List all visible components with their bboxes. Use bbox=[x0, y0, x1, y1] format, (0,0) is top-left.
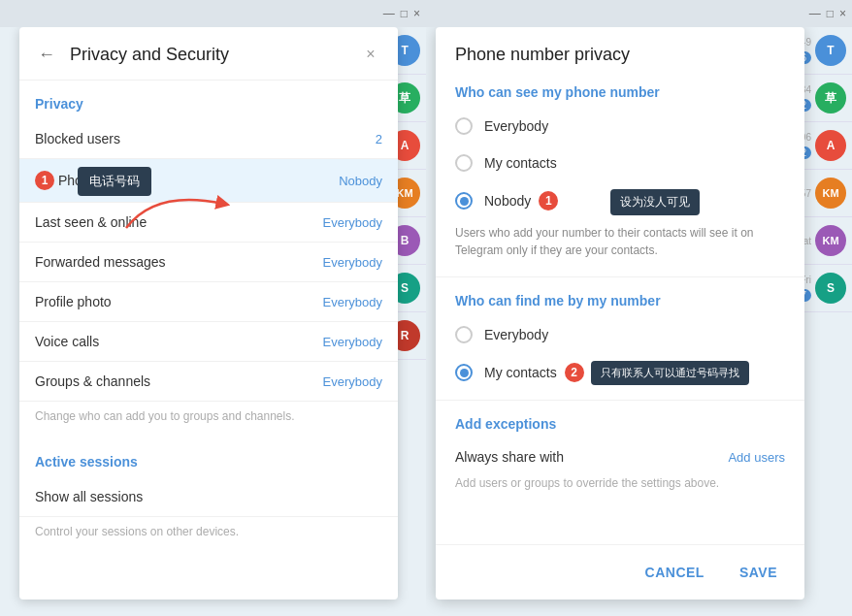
mycontacts-cn-tooltip: 只有联系人可以通过号码寻找 bbox=[591, 361, 749, 385]
close-panel-button[interactable]: × bbox=[359, 43, 382, 66]
phone-number-item[interactable]: 1 Phone number Nobody 电话号码 bbox=[19, 159, 398, 202]
profile-photo-item[interactable]: Profile photo Everybody bbox=[19, 282, 398, 321]
forwarded-messages-item[interactable]: Forwarded messages Everybody bbox=[19, 243, 398, 281]
radio-everybody-find-label: Everybody bbox=[484, 327, 548, 342]
add-users-button[interactable]: Add users bbox=[728, 450, 785, 465]
profile-photo-label: Profile photo bbox=[35, 294, 323, 309]
dialog-footer: CANCEL SAVE bbox=[436, 544, 804, 600]
radio-nobody-see-label: Nobody bbox=[484, 193, 531, 209]
always-share-row: Always share with Add users bbox=[436, 439, 804, 474]
back-button[interactable]: ← bbox=[35, 43, 58, 66]
step1-badge: 1 bbox=[35, 171, 54, 190]
radio-circle-everybody-see bbox=[455, 117, 473, 135]
app-container: ☰ — □ × 1:49 5496 T 1:34 2 草 bbox=[0, 0, 852, 616]
phone-privacy-dialog: Phone number privacy Who can see my phon… bbox=[436, 27, 804, 600]
forwarded-messages-value: Everybody bbox=[323, 255, 382, 270]
close-btn-right[interactable]: × bbox=[839, 7, 846, 20]
minimize-btn-left[interactable]: — bbox=[383, 7, 395, 20]
maximize-btn-left[interactable]: □ bbox=[401, 7, 408, 20]
radio-mycontacts-see[interactable]: My contacts bbox=[436, 145, 804, 181]
nobody-cn-tooltip: 设为没人可见 bbox=[610, 189, 700, 215]
blocked-users-item[interactable]: Blocked users 2 bbox=[19, 119, 398, 158]
groups-channels-item[interactable]: Groups & channels Everybody bbox=[19, 362, 398, 401]
privacy-section-title: Privacy bbox=[19, 81, 398, 119]
phone-info-text: Users who add your number to their conta… bbox=[436, 220, 804, 269]
last-seen-value: Everybody bbox=[323, 215, 382, 230]
last-seen-item[interactable]: Last seen & online Everybody bbox=[19, 203, 398, 242]
who-can-see-title: Who can see my phone number bbox=[436, 77, 804, 108]
dialog-divider-2 bbox=[436, 400, 804, 401]
cancel-button[interactable]: CANCEL bbox=[638, 559, 712, 586]
phone-number-value: Nobody bbox=[339, 174, 382, 188]
privacy-security-panel: ← Privacy and Security × Privacy Blocked… bbox=[19, 27, 398, 600]
groups-channels-value: Everybody bbox=[323, 374, 382, 389]
active-sessions-title: Active sessions bbox=[19, 438, 398, 477]
add-exceptions-title: Add exceptions bbox=[436, 408, 804, 439]
right-title-bar: — □ × bbox=[426, 0, 852, 27]
phone-tooltip: 电话号码 bbox=[78, 167, 151, 196]
radio-mycontacts-find-label: My contacts bbox=[484, 365, 557, 380]
forwarded-messages-label: Forwarded messages bbox=[35, 254, 323, 270]
panel-title: Privacy and Security bbox=[70, 45, 347, 65]
left-background: ☰ — □ × 1:49 5496 T 1:34 2 草 bbox=[0, 0, 426, 616]
radio-mycontacts-see-label: My contacts bbox=[484, 155, 557, 171]
voice-calls-value: Everybody bbox=[323, 335, 382, 349]
last-seen-label: Last seen & online bbox=[35, 214, 323, 230]
save-button[interactable]: SAVE bbox=[732, 559, 785, 586]
step2-badge-right: 2 bbox=[565, 363, 584, 382]
sessions-section-desc: Control your sessions on other devices. bbox=[19, 517, 398, 554]
radio-circle-everybody-find bbox=[455, 326, 473, 343]
panel-header: ← Privacy and Security × bbox=[19, 27, 398, 81]
right-background: — □ × 1:49496 T 1:342 草 21:062 A 20:57 K… bbox=[426, 0, 852, 616]
show-all-sessions-label: Show all sessions bbox=[35, 489, 382, 504]
maximize-btn-right[interactable]: □ bbox=[827, 7, 834, 20]
voice-calls-label: Voice calls bbox=[35, 334, 323, 349]
groups-section-desc: Change who can add you to groups and cha… bbox=[19, 402, 398, 438]
profile-photo-value: Everybody bbox=[323, 295, 382, 309]
always-share-label: Always share with bbox=[455, 449, 564, 465]
radio-everybody-see[interactable]: Everybody bbox=[436, 108, 804, 145]
who-can-find-title: Who can find me by my number bbox=[436, 285, 804, 316]
exceptions-desc: Add users or groups to override the sett… bbox=[436, 474, 804, 502]
radio-everybody-find[interactable]: Everybody bbox=[436, 316, 804, 353]
panel-content: Privacy Blocked users 2 1 Phone number N… bbox=[19, 81, 398, 600]
radio-mycontacts-find[interactable]: My contacts 2 只有联系人可以通过号码寻找 bbox=[436, 353, 804, 392]
dialog-title: Phone number privacy bbox=[436, 27, 804, 77]
blocked-users-value: 2 bbox=[376, 132, 382, 146]
close-btn-left[interactable]: × bbox=[413, 7, 420, 20]
left-title-bar: — □ × bbox=[0, 0, 426, 27]
radio-circle-mycontacts-find bbox=[455, 364, 473, 381]
radio-everybody-see-label: Everybody bbox=[484, 118, 548, 134]
radio-circle-mycontacts-see bbox=[455, 154, 473, 172]
minimize-btn-right[interactable]: — bbox=[809, 7, 821, 20]
blocked-users-label: Blocked users bbox=[35, 131, 376, 146]
step1-badge-right: 1 bbox=[539, 191, 558, 211]
radio-circle-nobody-see bbox=[455, 192, 473, 210]
show-all-sessions-item[interactable]: Show all sessions bbox=[19, 477, 398, 516]
groups-channels-label: Groups & channels bbox=[35, 373, 323, 389]
radio-nobody-see[interactable]: Nobody 1 设为没人可见 bbox=[436, 181, 804, 220]
dialog-divider-1 bbox=[436, 276, 804, 277]
voice-calls-item[interactable]: Voice calls Everybody bbox=[19, 322, 398, 361]
